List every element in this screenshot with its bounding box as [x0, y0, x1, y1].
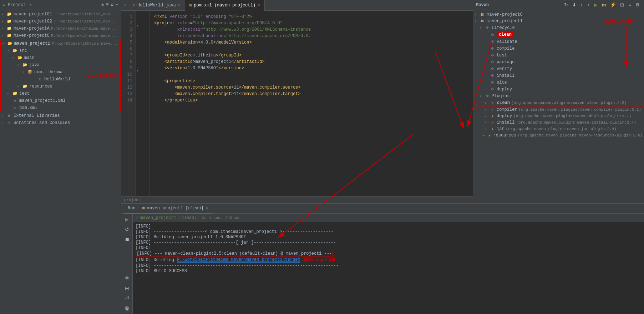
lifecycle-item-label: package [497, 60, 514, 65]
run-tab-close[interactable]: × [206, 206, 208, 211]
target-link[interactable]: F:\WorkSpace\itheima_maven\maven_project… [177, 257, 300, 263]
tree-item-iml[interactable]: ≡ maven_project1.iml [1, 97, 120, 104]
package-name: com.itheima [34, 70, 62, 75]
settings-btn[interactable]: ⚙ [634, 1, 641, 8]
arrow-collapsed: ▸ [475, 13, 480, 17]
line-num-6: 6 [121, 46, 135, 52]
maven-tree-item-projectC[interactable]: ▸ m maven-projectC [473, 11, 644, 18]
folder-name: resources [29, 84, 52, 89]
output-line-7: [INFO] ---------------------------------… [136, 263, 641, 268]
dropdown-arrow[interactable]: ▾ [29, 3, 32, 7]
maven-tree-item-project1[interactable]: ▾ m maven_project1 [473, 18, 644, 24]
tree-item-maven-project01[interactable]: ▸ 📁 maven-project01 F:\WorkSpace\itheima… [0, 11, 121, 18]
arrow-expanded: ▾ [480, 94, 485, 98]
tab-helloworld[interactable]: C HelloWorld.java × [128, 0, 185, 11]
scratches-icon: ✎ [6, 120, 12, 126]
plugin-name: resources [493, 133, 516, 138]
maven-tree-item-validate[interactable]: ⚙ validate [473, 38, 644, 45]
lifecycle-item-icon: ⚙ [490, 46, 495, 51]
import-btn[interactable]: ↑ [579, 1, 584, 8]
tree-item-maven-projectC[interactable]: ▸ 📁 maven-projectC F:\WorkSpace\itheima_… [0, 32, 121, 39]
clear-btn[interactable]: 🗑 [123, 304, 131, 313]
arrow-none [485, 87, 490, 91]
plugins-icon: ⊕ [485, 93, 490, 99]
lightning-btn[interactable]: ⚡ [609, 1, 617, 8]
tree-item-main[interactable]: ▾ 📂 main [1, 54, 120, 61]
refresh-btn[interactable]: ↻ [563, 1, 569, 8]
lifecycle-item-label: deploy [497, 87, 512, 92]
plugin-sublabel: (org.apache.maven.plugins:maven-resource… [518, 133, 643, 138]
arrow-expanded: ▾ [12, 56, 17, 60]
maven-tree-item-clean-plugin[interactable]: ▸ ⚡ clean (org.apache.maven.plugins:mave… [473, 100, 644, 106]
lifecycle-item-icon: ⚙ [490, 73, 495, 78]
maven-tree-item-install[interactable]: ⚙ install [473, 72, 644, 79]
code-editor[interactable]: <?xml version="1.0" encoding="UTF-8"?> <… [150, 11, 473, 196]
add-btn[interactable]: + [585, 1, 591, 8]
run-main: ✓ maven_project1 [clean]: At 4 sec, 240 … [133, 214, 644, 314]
code-line-3: xmlns:xsi="http://www.w3.org/2001/XMLSch… [154, 26, 468, 33]
run-btn[interactable]: ▶ [593, 1, 599, 8]
minimize-icon[interactable]: − [116, 2, 118, 8]
line-num-2: 2 [121, 20, 135, 26]
folder-icon: 📂 [7, 41, 13, 46]
maven-tree-item-clean[interactable]: ⚙ clean [473, 31, 644, 38]
tree-item-maven-project02[interactable]: ▸ 📁 maven-project02 F:\WorkSpace\itheima… [0, 18, 121, 25]
plugin-icon: ⚡ [490, 127, 495, 131]
maven-tree-item-compiler-plugin[interactable]: ▸ ⚡ compiler (org.apache.maven.plugins:m… [473, 106, 644, 113]
lifecycle-item-label: test [497, 53, 507, 58]
tree-item-external-libs[interactable]: ▸ ⊞ External Libraries [0, 112, 121, 119]
filter-btn[interactable]: ⊟ [123, 284, 131, 293]
tree-item-test[interactable]: ▸ 📁 test [1, 90, 120, 97]
rerun-btn[interactable]: ↺ [123, 225, 131, 234]
maven-tree-item-package[interactable]: ⚙ package [473, 59, 644, 65]
tab-close-icon[interactable]: × [258, 3, 260, 8]
scope-icon[interactable]: ⊕ [101, 2, 104, 8]
maven-tree-item-site[interactable]: ⚙ site [473, 79, 644, 86]
arrow-collapsed: ▸ [485, 108, 490, 112]
maven-tree-item-deploy-plugin[interactable]: ▸ ⚡ deploy (org.apache.maven.plugins:mav… [473, 113, 644, 119]
m-btn[interactable]: m [600, 1, 608, 8]
maven-tree-item-deploy[interactable]: ⚙ deploy [473, 86, 644, 93]
expand-btn[interactable]: ⊞ [619, 1, 625, 8]
output-line-2: [INFO] --------------------< com.itheima… [136, 229, 641, 234]
run-play-btn[interactable]: ▶ [123, 215, 131, 224]
run-header: ✓ maven_project1 [clean]: At 4 sec, 240 … [133, 214, 644, 222]
maven-tree-item-jar-plugin[interactable]: ▸ ⚡ jar (org.apache.maven.plugins:maven-… [473, 126, 644, 132]
code-line-5: <modelVersion>4.0.0</modelVersion> [154, 39, 468, 46]
maven-tree-item-lifecycle[interactable]: ▾ ⊕ Lifecycle [473, 24, 644, 31]
collapse-btn[interactable]: ≡ [627, 1, 633, 8]
options-icon[interactable]: ⚙ [111, 2, 113, 8]
tab-pom[interactable]: m pom.xml (maven_project1) × [185, 0, 265, 11]
download-btn[interactable]: ⬇ [571, 1, 578, 8]
maven-tree-item-verify[interactable]: ⚙ verify [473, 65, 644, 72]
maven-tree-item-test[interactable]: ⚙ test [473, 52, 644, 59]
tree-item-src[interactable]: ▾ 📂 src [1, 47, 120, 54]
tree-item-java[interactable]: ▾ 📂 java [1, 61, 120, 69]
maven-tree-item-plugins[interactable]: ▾ ⊕ Plugins [473, 93, 644, 99]
plugin-sublabel: (org.apache.maven.plugins:maven-clean-pl… [511, 101, 627, 105]
tab-run[interactable]: Run : m maven_project1 [clean] × [124, 204, 212, 214]
run-timing: At 4 sec, 240 ms [202, 216, 239, 220]
eye-btn[interactable]: 👁 [123, 274, 131, 283]
stop-btn[interactable]: ⏹ [123, 235, 131, 244]
tree-item-maven-projectA[interactable]: ▸ 📁 maven-projectA F:\WorkSpace\itheima_… [0, 25, 121, 32]
run-output[interactable]: [INFO] [INFO] --------------------< com.… [133, 222, 644, 314]
maven-tree-item-resources-plugin[interactable]: ▸ ⚡ resources (org.apache.maven.plugins:… [473, 132, 644, 139]
arrow-none [32, 78, 37, 81]
tab-close-icon[interactable]: × [178, 3, 181, 8]
wrap-btn[interactable]: ⏎ [123, 294, 131, 303]
arrow-none [485, 46, 490, 50]
editor-statusbar: project [121, 196, 473, 203]
tree-item-resources[interactable]: ▸ 📁 resources [1, 83, 120, 90]
maven-tree-item-compile[interactable]: ⚙ compile [473, 45, 644, 52]
collapse-all-icon[interactable]: ≡ [106, 2, 108, 8]
tree-item-pom[interactable]: m pom.xml [1, 104, 120, 111]
plugin-icon: ⚡ [487, 133, 492, 138]
line-num-10: 10 [121, 71, 135, 78]
tree-item-scratches[interactable]: ▸ ✎ Scratches and Consoles [0, 119, 121, 126]
maven-tree-item-install-plugin[interactable]: ▸ ⚡ install (org.apache.maven.plugins:ma… [473, 119, 644, 126]
tree-item-maven-project1[interactable]: ▾ 📂 maven_project1 F:\WorkSpace\itheima_… [1, 40, 120, 47]
plugin-icon: ⚡ [490, 108, 495, 112]
arrow-expanded: ▾ [475, 19, 480, 23]
lifecycle-item-icon: ⚙ [490, 66, 495, 71]
